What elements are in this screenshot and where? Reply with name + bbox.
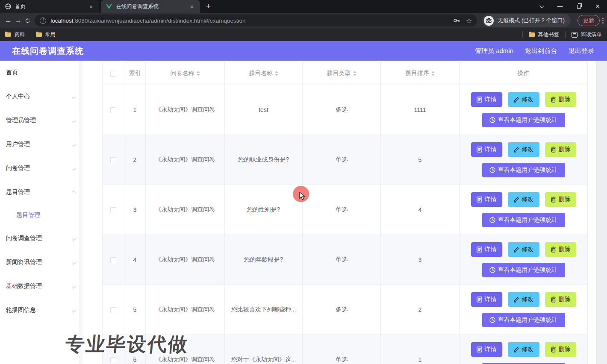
sidebar-item-admin-mgmt[interactable]: 管理员管理 [0,109,83,132]
sidebar-item-basic-data-mgmt[interactable]: 基础数据管理 [0,274,83,298]
logout-link[interactable]: 退出登录 [569,47,594,55]
exit-to-front-link[interactable]: 退出到前台 [525,47,557,55]
browser-tab-home[interactable]: 首页 × [0,0,99,13]
edit-button[interactable]: 修改 [508,142,539,157]
sidebar-item-personal-center[interactable]: 个人中心 [0,85,83,109]
cell-question-type: 单选 [303,335,381,364]
delete-button[interactable]: 删除 [545,342,576,357]
other-bookmarks-label: 其他书签 [538,31,559,38]
tab-close-icon[interactable]: × [87,3,95,10]
tab-search-icon[interactable] [532,0,551,13]
browser-menu-icon[interactable] [602,18,604,23]
sort-icon[interactable] [353,71,357,76]
document-icon [477,296,482,302]
row-checkbox[interactable] [110,157,116,163]
delete-button[interactable]: 删除 [545,142,576,157]
view-option-stats-button[interactable]: 查看本题用户选项统计 [482,313,565,327]
detail-button[interactable]: 详情 [471,242,502,257]
col-header-survey-name[interactable]: 问卷名称 [146,62,225,85]
col-header-question-order[interactable]: 题目排序 [381,62,460,85]
delete-button[interactable]: 删除 [545,92,576,107]
edit-button-label: 修改 [522,346,534,353]
chevron-down-icon [72,118,76,123]
trash-icon [551,197,556,203]
admin-user-label[interactable]: 管理员 admin [475,47,513,55]
password-key-icon[interactable] [453,17,460,24]
browser-tab-survey-system[interactable]: 在线问卷调查系统 × [101,0,200,13]
restore-button[interactable] [569,0,588,13]
row-checkbox[interactable] [110,307,116,313]
detail-button[interactable]: 详情 [471,92,502,107]
bookmark-folder-ziliao[interactable]: 资料 [5,31,25,38]
screen: { "browser": { "tabs": [ { "title": "首页"… [0,0,607,364]
minimize-button[interactable]: — [551,0,569,13]
edit-button[interactable]: 修改 [508,292,539,307]
tab-close-icon[interactable]: × [188,3,196,10]
divider [565,31,566,38]
row-checkbox[interactable] [110,257,116,263]
bookmark-folder-changyong[interactable]: 常用 [36,31,56,38]
close-button[interactable]: × [588,0,607,13]
sidebar-item-survey-mgmt[interactable]: 问卷管理 [0,156,83,180]
detail-button[interactable]: 详情 [471,142,502,157]
detail-button-label: 详情 [485,96,497,103]
cell-question-order: 1111 [381,85,460,135]
sidebar-item-home[interactable]: 首页 [0,61,83,85]
view-option-stats-button[interactable]: 查看本题用户选项统计 [482,113,565,127]
sidebar-subitem-question-mgmt-active[interactable]: 题目管理 [0,204,83,226]
detail-button[interactable]: 详情 [471,192,502,207]
edit-button-label: 修改 [522,196,534,203]
col-header-question-name[interactable]: 题目名称 [225,62,303,85]
sidebar-item-question-mgmt[interactable]: 题目管理 [0,180,83,204]
view-option-stats-button[interactable]: 查看本题用户选项统计 [482,263,565,277]
edit-button[interactable]: 修改 [508,92,539,107]
clock-icon [489,217,495,223]
row-checkbox[interactable] [110,207,116,213]
sidebar-item-survey-investigation-mgmt[interactable]: 问卷调查管理 [0,226,83,250]
page-scrollbar[interactable] [596,61,607,364]
edit-button[interactable]: 修改 [508,342,539,357]
sidebar-item-news-mgmt[interactable]: 新闻资讯管理 [0,250,83,274]
reading-list[interactable]: 阅读清单 [572,31,602,38]
edit-button-label: 修改 [522,246,534,253]
header-select-all-cell [103,62,124,85]
sort-icon[interactable] [197,71,200,76]
browser-tab-strip: 首页 × 在线问卷调查系统 × + — × [0,0,607,13]
sidebar-item-user-mgmt[interactable]: 用户管理 [0,132,83,156]
chevron-down-icon [72,94,76,99]
table-header-row: 索引 问卷名称 题目名称 题目类型 题目排序 操作 [103,62,588,85]
row-checkbox[interactable] [110,357,116,363]
select-all-checkbox[interactable] [110,71,116,77]
row-checkbox[interactable] [110,107,116,113]
edit-button[interactable]: 修改 [508,192,539,207]
sidebar-scrollbar[interactable] [79,61,83,364]
forward-button[interactable]: → [13,16,23,25]
detail-button[interactable]: 详情 [471,342,502,357]
edit-button[interactable]: 修改 [508,242,539,257]
sort-icon[interactable] [431,71,435,76]
detail-button[interactable]: 详情 [471,292,502,307]
other-bookmarks[interactable]: 其他书签 [529,31,559,38]
chrome-update-button[interactable]: 更新 [578,15,600,26]
delete-button[interactable]: 删除 [545,242,576,257]
header-links: 管理员 admin 退出到前台 退出登录 [475,47,594,55]
cell-question-type: 多选 [303,285,381,335]
back-button[interactable]: ← [3,16,13,25]
pencil-icon [513,97,519,103]
sidebar-item-carousel-info[interactable]: 轮播图信息 [0,298,83,322]
col-header-question-type[interactable]: 题目类型 [303,62,381,85]
delete-button-label: 删除 [559,346,571,353]
cell-question-type: 单选 [303,135,381,185]
url-text[interactable]: localhost:8080/zaixianwenjuandiaocha/adm… [50,18,450,24]
sort-icon[interactable] [275,71,278,76]
address-bar[interactable]: i localhost:8080/zaixianwenjuandiaocha/a… [35,15,477,26]
view-option-stats-button[interactable]: 查看本题用户选项统计 [482,213,565,227]
bookmark-star-icon[interactable]: ☆ [466,17,472,25]
row-select-cell [103,135,124,185]
view-option-stats-button[interactable]: 查看本题用户选项统计 [482,163,565,177]
new-tab-button[interactable]: + [206,2,211,11]
page-info-icon[interactable]: i [40,18,46,24]
reload-icon[interactable] [25,17,30,24]
delete-button[interactable]: 删除 [545,292,576,307]
delete-button[interactable]: 删除 [545,192,576,207]
